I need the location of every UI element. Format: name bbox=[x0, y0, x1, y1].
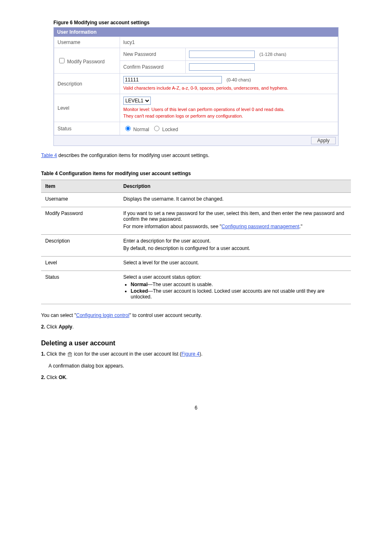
delete-icon bbox=[67, 352, 73, 357]
apply-button[interactable]: Apply bbox=[311, 137, 336, 144]
status-locked-wrap[interactable]: Locked bbox=[152, 127, 178, 132]
user-information-panel: User Information Username lucy1 Modify P… bbox=[53, 27, 339, 146]
confirm-password-label: Confirm Password bbox=[120, 61, 186, 74]
table-intro: Table 4 describes the configuration item… bbox=[41, 153, 351, 158]
figure-caption: Figure 6 Modifying user account settings bbox=[53, 20, 150, 25]
status-normal-radio[interactable] bbox=[125, 126, 131, 131]
col-item: Item bbox=[41, 180, 119, 193]
status-normal-label: Normal bbox=[133, 127, 149, 132]
description-label: Description bbox=[54, 74, 120, 94]
delete-confirm-text: A confirmation dialog box appears. bbox=[48, 363, 351, 369]
description-input[interactable] bbox=[123, 76, 222, 83]
modify-password-checkbox[interactable] bbox=[59, 58, 65, 63]
new-password-label: New Password bbox=[120, 48, 186, 61]
description-note: Valid characters include A-Z, a-z, 0-9, … bbox=[123, 85, 334, 91]
config-pw-mgmt-link[interactable]: Configuring password management bbox=[221, 224, 299, 229]
figure4-link[interactable]: Figure 4 bbox=[182, 351, 200, 357]
delete-account-heading: Deleting a user account bbox=[41, 340, 351, 347]
level-select[interactable]: LEVEL1 bbox=[123, 97, 151, 105]
table-row: Level Select a level for the user accoun… bbox=[41, 257, 351, 271]
new-password-hint: (1-128 chars) bbox=[259, 52, 286, 57]
table-row: Username Displays the username. It canno… bbox=[41, 193, 351, 207]
delete-step-1: 1. Click the icon for the user account i… bbox=[41, 351, 351, 357]
confirm-password-input[interactable] bbox=[189, 63, 255, 71]
config-items-table: Item Description Username Displays the u… bbox=[41, 180, 351, 304]
description-hint: (0-40 chars) bbox=[226, 77, 251, 82]
svg-rect-0 bbox=[68, 353, 71, 356]
level-label: Level bbox=[54, 94, 120, 122]
status-label: Status bbox=[54, 122, 120, 135]
login-control-para: You can select "Configuring login contro… bbox=[41, 312, 351, 318]
table4-ref-link[interactable]: Table 4 bbox=[41, 153, 57, 158]
modify-password-label: Modify Password bbox=[67, 59, 104, 65]
status-locked-label: Locked bbox=[162, 127, 178, 132]
username-value: lucy1 bbox=[120, 37, 338, 48]
table-caption: Table 4 Configuration items for modifyin… bbox=[41, 171, 191, 176]
panel-header: User Information bbox=[54, 28, 338, 37]
delete-step-2: 2. Click OK. bbox=[41, 375, 351, 380]
step-apply: 2. Click Apply. bbox=[41, 324, 351, 330]
table-row: Status Select a user account status opti… bbox=[41, 271, 351, 304]
page-number: 6 bbox=[41, 405, 351, 411]
modify-password-checkbox-wrap[interactable]: Modify Password bbox=[58, 59, 105, 65]
level-note: Monitor level: Users of this level can p… bbox=[123, 106, 334, 119]
login-control-link[interactable]: Configuring login control bbox=[76, 312, 129, 318]
table-row: Description Enter a description for the … bbox=[41, 235, 351, 257]
col-desc: Description bbox=[119, 180, 351, 193]
status-locked-radio[interactable] bbox=[154, 126, 159, 131]
username-label: Username bbox=[54, 37, 120, 48]
new-password-input[interactable] bbox=[189, 51, 255, 58]
status-normal-wrap[interactable]: Normal bbox=[123, 127, 150, 132]
table-row: Modify Password If you want to set a new… bbox=[41, 207, 351, 235]
